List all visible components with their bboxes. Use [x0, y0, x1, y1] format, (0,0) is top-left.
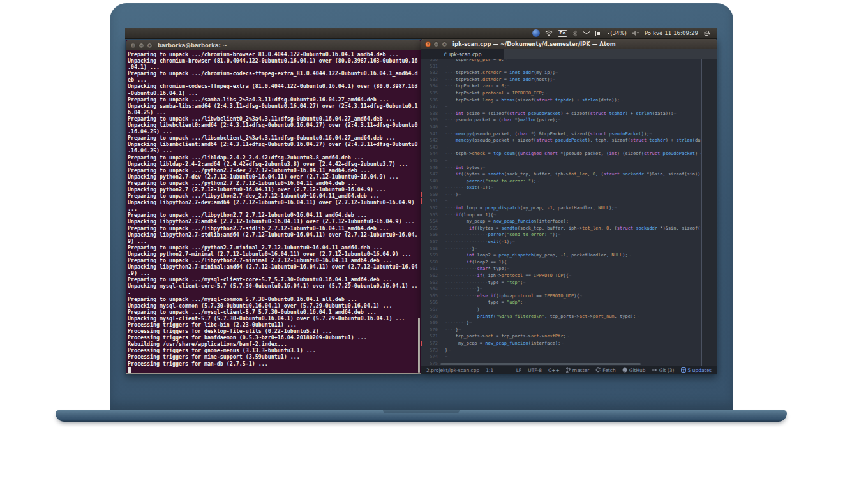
status-git-changes[interactable]: Git (3) — [652, 367, 675, 373]
minimize-button[interactable]: − — [433, 41, 439, 47]
terminal-line: Unpacking libsmbclient:amd64 (2:4.3.11+d… — [128, 141, 421, 147]
code-line: 552····int loop = pcap_dispatch(my_pcap,… — [421, 205, 702, 212]
bluetooth-icon[interactable] — [572, 30, 578, 37]
terminal-line: Preparing to unpack .../libpython2.7-std… — [128, 225, 421, 232]
terminal-line: Preparing to unpack .../libpython2.7-dev… — [128, 193, 421, 199]
terminal-line: .04.1) ... — [128, 64, 421, 70]
code-line: 551¬ — [421, 198, 702, 205]
github-icon — [622, 367, 627, 373]
code-line: 557················exit(-1);¬ — [421, 239, 702, 246]
line-number: 540 — [421, 124, 438, 131]
terminal-line: Unpacking samba-libs:amd64 (2:4.3.11+dfs… — [128, 103, 421, 109]
line-number: 551 — [421, 198, 438, 205]
code-line: 538····int psize = (sizeof(struct pseudo… — [421, 110, 702, 117]
line-number: 547 — [421, 171, 438, 178]
terminal-line: Preparing to unpack .../libpython2.7_2.7… — [128, 212, 421, 218]
code-line: 565············else if(iph->protocol == … — [421, 293, 702, 300]
tab-ipk-scan[interactable]: C ipk-scan.cpp — [421, 49, 504, 59]
status-line-ending[interactable]: LF — [516, 367, 522, 373]
terminal-line: Preparing to unpack .../python2.7-dev_2.… — [128, 167, 421, 174]
terminal-line: .16.04.25) ... — [128, 147, 421, 154]
line-number: 554 — [421, 218, 438, 225]
laptop-base-notch — [383, 410, 460, 413]
line-number: 535 — [421, 90, 438, 97]
line-number: 571 — [421, 333, 438, 340]
tab-label: ipk-scan.cpp — [449, 52, 481, 57]
line-number: 553 — [421, 212, 438, 219]
terminal-line: 6.04.25) ... — [128, 109, 421, 115]
terminal-line: Rebuilding /usr/share/applications/bamf-… — [128, 341, 421, 347]
status-git-branch[interactable]: master — [566, 367, 589, 373]
terminal-line: Unpacking chromium-codecs-ffmpeg-extra (… — [128, 83, 421, 89]
session-gear-icon[interactable] — [703, 30, 710, 37]
terminal-title: barborka@barborka: ~ — [158, 42, 227, 48]
status-updates[interactable]: 5 updates — [681, 367, 712, 373]
laptop-base — [56, 410, 787, 422]
close-button[interactable]: × — [425, 41, 431, 47]
status-fetch[interactable]: Fetch — [595, 367, 615, 373]
terminal-scrollbar[interactable] — [418, 318, 420, 373]
terminal-line: Unpacking mysql-common (5.7.30-0ubuntu0.… — [128, 302, 421, 309]
code-line: 536····tcpPacket.leng = htons(sizeof(str… — [421, 97, 702, 104]
code-line: 572·····my_pcap = new_pcap_funcion(inter… — [421, 340, 702, 347]
terminal-line: Processing triggers for libc-bin (2.23-0… — [128, 322, 421, 328]
minimize-button[interactable]: − — [138, 43, 144, 48]
line-number: 552 — [421, 205, 438, 212]
code-line: 569········}¬ — [421, 320, 702, 327]
horizontal-scrollbar[interactable] — [440, 363, 641, 365]
status-encoding[interactable]: UTF-8 — [528, 367, 542, 373]
git-commit-icon — [652, 367, 657, 373]
line-number: 532 — [421, 70, 438, 77]
code-editor[interactable]: 530····tcph->urg_ptr = 0;¬531¬532····tcp… — [421, 59, 717, 366]
terminal-titlebar[interactable]: × − + barborka@barborka: ~ — [126, 40, 421, 50]
code-line: 540¬ — [421, 124, 702, 131]
terminal-line: Unpacking chromium-browser (81.0.4044.12… — [128, 57, 421, 64]
code-line: 531¬ — [421, 63, 702, 70]
line-number: 570 — [421, 327, 438, 334]
code-line: 566················type = "udp";¬ — [421, 299, 702, 306]
git-branch-icon — [566, 367, 571, 373]
wifi-icon[interactable] — [545, 30, 553, 36]
code-line: 546····int bytes;¬ — [421, 165, 702, 172]
battery-nub — [608, 33, 609, 34]
code-line: 548········perror("send to error: ");¬ — [421, 178, 702, 185]
line-number: 534 — [421, 83, 438, 90]
line-number: 556 — [421, 232, 438, 239]
atom-titlebar[interactable]: × − + ipk-scan.cpp — ~/Dokumenty/4.semes… — [421, 38, 717, 49]
volume-muted-icon[interactable] — [632, 30, 639, 36]
line-number: 563 — [421, 279, 438, 286]
tray-app-icon[interactable] — [532, 29, 540, 37]
battery-indicator[interactable]: (34%) — [595, 30, 627, 36]
code-line: 555·········if((bytes = sendto(sock_tcp,… — [421, 225, 702, 232]
terminal-line: .16.04.25) ... — [128, 128, 421, 135]
mail-icon[interactable] — [583, 31, 590, 36]
terminal-line: Unpacking mysql-client-core-5.7 (5.7.30-… — [128, 283, 421, 289]
line-number: 559 — [421, 252, 438, 259]
line-number: 537 — [421, 103, 438, 110]
line-number: 572 — [421, 340, 438, 347]
code-line: 542····memcpy(pseudo_packet + sizeof(str… — [421, 137, 702, 144]
maximize-button[interactable]: + — [147, 43, 153, 48]
code-line: 539····pseudo_packet = (char *)malloc(ps… — [421, 117, 702, 124]
status-file-path[interactable]: 2.projekt/ipk-scan.cpp — [426, 367, 479, 373]
close-button[interactable]: × — [130, 43, 136, 48]
battery-icon — [595, 31, 606, 36]
code-line: 532····tcpPacket.srcAddr = inet_addr(my_… — [421, 70, 702, 77]
status-github[interactable]: GitHub — [622, 367, 646, 373]
terminal-line: Preparing to unpack .../mysql-common_5.7… — [128, 296, 421, 302]
maximize-button[interactable]: + — [442, 41, 447, 47]
keyboard-layout-indicator[interactable]: En — [558, 30, 568, 37]
code-line: 556················perror("send to error… — [421, 232, 702, 239]
line-number: 536 — [421, 97, 438, 104]
line-number: 543 — [421, 144, 438, 151]
code-line: 549········exit(-1);¬ — [421, 184, 702, 191]
terminal-output[interactable]: Preparing to unpack .../chromium-browser… — [126, 50, 421, 373]
clock[interactable]: Po kvě 11 16:09:29 — [645, 30, 698, 36]
status-cursor-position[interactable]: 1:1 — [486, 367, 493, 373]
line-number: 565 — [421, 293, 438, 300]
status-grammar[interactable]: C++ — [548, 367, 560, 373]
terminal-line: Processing triggers for bamfdaemon (0.5.… — [128, 334, 421, 341]
terminal-line: eb ... — [128, 77, 421, 83]
code-line: 554········my_pcap = new_pcap_funcion(in… — [421, 218, 702, 225]
sync-icon — [595, 367, 601, 373]
